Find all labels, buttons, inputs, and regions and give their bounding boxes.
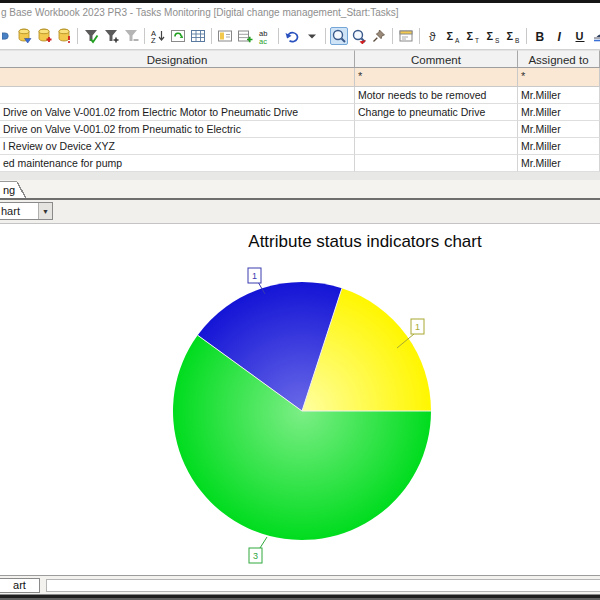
svg-text:Z: Z	[151, 36, 156, 44]
column-header-designation[interactable]: Designation	[0, 50, 355, 68]
sheet-tab-chart[interactable]: art	[0, 578, 40, 593]
table-row: l Review ov Device XYZMr.Miller	[0, 138, 600, 155]
filter-remove-icon[interactable]	[122, 27, 140, 45]
toolbar-separator	[77, 28, 78, 44]
column-header-assigned-to[interactable]: Assigned to	[518, 50, 600, 68]
properties-icon[interactable]	[397, 27, 415, 45]
table-cell[interactable]	[355, 121, 518, 138]
svg-text:B: B	[536, 30, 545, 44]
toolbar-separator	[144, 28, 145, 44]
border-underline-icon[interactable]	[591, 27, 600, 45]
filter-cell[interactable]	[0, 68, 355, 87]
chart-type-dropdown[interactable]: hart ▼	[0, 202, 53, 220]
zoom-in-icon[interactable]	[330, 27, 348, 45]
window-bottom-border	[0, 594, 600, 600]
chart-area: Attribute status indicators chart 113	[0, 224, 600, 575]
table-row: Drive on Valve V-001.02 from Electric Mo…	[0, 104, 600, 121]
field-icon[interactable]: ϑ	[424, 27, 442, 45]
tasks-table: DesignationCommentAssigned to**Motor nee…	[0, 50, 600, 172]
table-cell[interactable]: l Review ov Device XYZ	[0, 138, 355, 155]
pie-chart: 113	[0, 224, 600, 575]
svg-text:Σ: Σ	[467, 30, 474, 42]
table-row: Motor needs to be removedMr.Miller	[0, 87, 600, 104]
svg-text:B: B	[515, 37, 519, 44]
filter-apply-icon[interactable]	[82, 27, 100, 45]
column-header-comment[interactable]: Comment	[355, 50, 518, 68]
db-refresh-icon[interactable]	[55, 27, 73, 45]
dropdown-arrow-icon[interactable]: ▼	[38, 203, 52, 219]
table-cell[interactable]: Mr.Miller	[518, 87, 600, 104]
table-cell[interactable]: Mr.Miller	[518, 121, 600, 138]
window-title: g Base Workbook 2023 PR3 - Tasks Monitor…	[1, 7, 399, 18]
underline-icon[interactable]: U	[571, 27, 589, 45]
svg-text:ac: ac	[259, 37, 267, 45]
table-cell[interactable]: Mr.Miller	[518, 155, 600, 172]
svg-text:I: I	[558, 30, 562, 44]
table-cell[interactable]: Drive on Valve V-001.02 from Pneumatic t…	[0, 121, 355, 138]
refresh-table-icon[interactable]	[169, 27, 187, 45]
table-header-row: DesignationCommentAssigned to	[0, 50, 600, 68]
svg-text:U: U	[576, 30, 584, 42]
dropdown-value: hart	[0, 203, 38, 219]
sheet-tab-tasks[interactable]: ng	[0, 181, 17, 198]
table-cell[interactable]: Mr.Miller	[518, 104, 600, 121]
table-cell[interactable]: Motor needs to be removed	[355, 87, 518, 104]
table-cell[interactable]	[355, 138, 518, 155]
slice-callout-label: 1	[415, 322, 420, 332]
sheet-tab-strip: ng	[0, 180, 600, 198]
sum-s-icon[interactable]: ΣS	[484, 27, 502, 45]
table-cell[interactable]	[0, 87, 355, 104]
sum-a-icon[interactable]: ΣA	[444, 27, 462, 45]
pin-icon[interactable]	[370, 27, 388, 45]
table-cell[interactable]: Change to pneumatic Drive	[355, 104, 518, 121]
db-export-icon[interactable]	[15, 27, 33, 45]
svg-text:Σ: Σ	[507, 30, 514, 42]
filter-add-icon[interactable]	[102, 27, 120, 45]
italic-icon[interactable]: I	[551, 27, 569, 45]
sheet-tab-slant	[17, 182, 26, 198]
sum-t-icon[interactable]: ΣT	[464, 27, 482, 45]
horizontal-scrollbar[interactable]	[46, 579, 600, 592]
slice-callout-label: 1	[252, 271, 257, 281]
toolbar-separator	[325, 28, 326, 44]
filter-cell[interactable]: *	[518, 68, 600, 87]
bottom-tab-label: art	[13, 579, 26, 591]
bold-icon[interactable]: B	[531, 27, 549, 45]
toolbar-separator	[278, 28, 279, 44]
replace-icon[interactable]: abac	[256, 27, 274, 45]
table-cell[interactable]	[355, 155, 518, 172]
svg-text:A: A	[455, 37, 460, 44]
undo-icon[interactable]	[283, 27, 301, 45]
svg-text:Σ: Σ	[447, 30, 454, 42]
clipboard-partial-icon[interactable]	[1, 27, 13, 45]
table-row: ed maintenance for pumpMr.Miller	[0, 155, 600, 172]
toolbar-separator	[526, 28, 527, 44]
table-cell[interactable]: ed maintenance for pump	[0, 155, 355, 172]
table-bottom-gap	[0, 172, 600, 180]
main-toolbar: AZabacϑΣAΣTΣSΣBBIU	[0, 23, 600, 50]
app-window: g Base Workbook 2023 PR3 - Tasks Monitor…	[0, 0, 600, 600]
insert-column-icon[interactable]	[216, 27, 234, 45]
sum-b-icon[interactable]: ΣB	[504, 27, 522, 45]
toolbar-separator	[419, 28, 420, 44]
filter-row: **	[0, 68, 600, 87]
insert-rows-icon[interactable]	[236, 27, 254, 45]
undo-dropdown-icon[interactable]	[303, 27, 321, 45]
sort-az-icon[interactable]: AZ	[149, 27, 167, 45]
table-grid-icon[interactable]	[189, 27, 207, 45]
table-cell[interactable]: Mr.Miller	[518, 138, 600, 155]
bottom-tab-strip: art	[0, 575, 600, 594]
callout-leader	[260, 537, 267, 548]
toolbar-separator	[392, 28, 393, 44]
table-cell[interactable]: Drive on Valve V-001.02 from Electric Mo…	[0, 104, 355, 121]
svg-text:T: T	[475, 37, 479, 44]
title-bar: g Base Workbook 2023 PR3 - Tasks Monitor…	[0, 3, 600, 23]
slice-callout-label: 3	[253, 551, 258, 561]
zoom-out-icon[interactable]	[350, 27, 368, 45]
svg-text:ϑ: ϑ	[429, 30, 436, 44]
svg-text:Σ: Σ	[487, 30, 494, 42]
db-add-icon[interactable]	[35, 27, 53, 45]
sheet-tab-label: ng	[3, 184, 15, 196]
view-selector-bar: hart ▼	[0, 200, 600, 224]
filter-cell[interactable]: *	[355, 68, 518, 87]
